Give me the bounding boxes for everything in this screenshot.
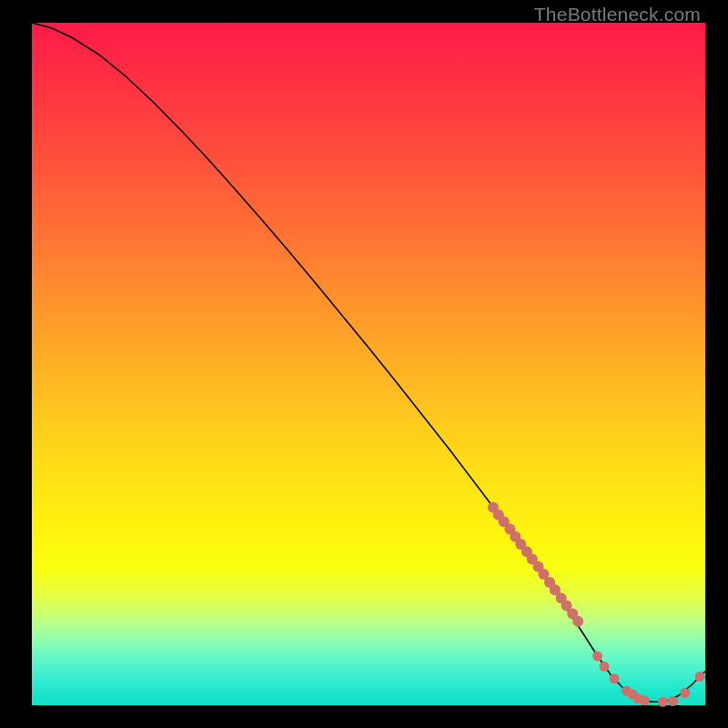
curve-dot	[658, 697, 668, 707]
curve-dots	[488, 502, 705, 707]
curve-dot	[640, 695, 650, 705]
plot-area	[32, 23, 705, 705]
curve-dot	[600, 662, 610, 672]
curve-dot	[592, 652, 602, 662]
curve-dot	[668, 696, 678, 706]
curve-dot	[572, 616, 583, 627]
bottleneck-curve	[32, 23, 705, 702]
curve-dot	[680, 688, 690, 698]
curve-dot	[695, 672, 705, 682]
chart-frame: TheBottleneck.com	[0, 0, 728, 728]
chart-svg	[32, 23, 705, 705]
curve-dot	[610, 673, 620, 683]
